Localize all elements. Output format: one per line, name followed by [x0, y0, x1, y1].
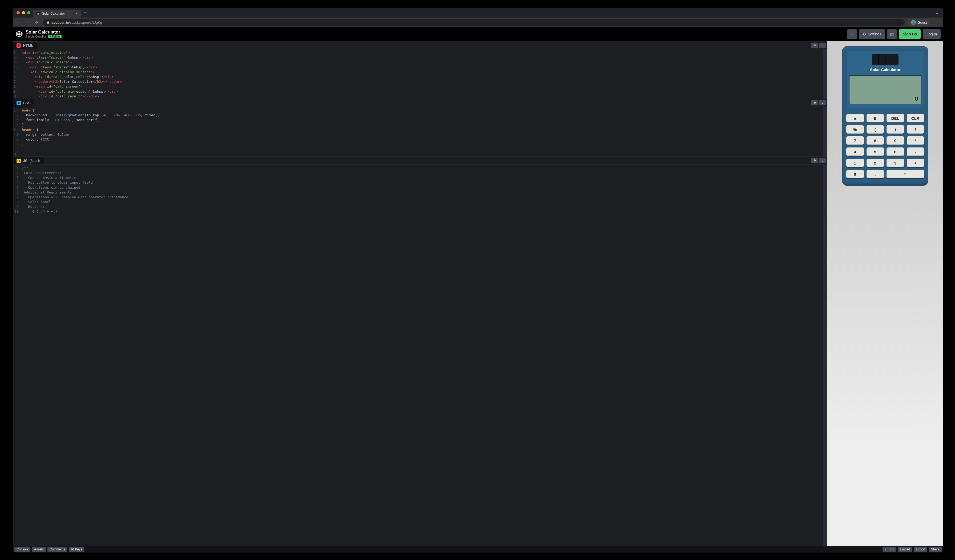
- js-settings-button[interactable]: ⚙: [811, 158, 818, 163]
- gear-icon: ⚙: [863, 32, 866, 36]
- css-tab[interactable]: ✱ CSS: [13, 99, 34, 107]
- codepen-header: Solar Calculator Sassja Ceballos + Follo…: [13, 27, 943, 41]
- codepen-footer: Console Assets Comments ⌘ Keys ⑂Fork Emb…: [13, 546, 943, 552]
- calc-key-2[interactable]: 2: [867, 159, 884, 167]
- calc-key-7[interactable]: 7: [846, 136, 864, 145]
- url-host: codepen.io: [52, 20, 69, 25]
- close-tab-button[interactable]: ✕: [75, 12, 78, 16]
- header-actions: ♡ ⚙Settings ▦ Sign Up Log In: [847, 29, 941, 39]
- css-source[interactable]: body { background: linear-gradient(to to…: [20, 107, 823, 156]
- window-controls: [15, 11, 33, 14]
- css-tab-label: CSS: [23, 101, 31, 105]
- calc-key-+[interactable]: +: [907, 159, 924, 167]
- lock-icon: 🔒: [46, 20, 50, 24]
- calc-key-=[interactable]: =: [886, 170, 924, 178]
- minimize-window-button[interactable]: [22, 11, 25, 14]
- js-scrollbar[interactable]: [823, 165, 827, 546]
- new-tab-button[interactable]: +: [81, 10, 89, 16]
- follow-button[interactable]: + Follow: [48, 35, 61, 38]
- calculator: Solar Calculator 0 πEDELCLR%()/789*456-1…: [842, 46, 928, 186]
- embed-button[interactable]: Embed: [898, 547, 912, 552]
- url-path: /sassjajc/pen/zNJgKg: [69, 20, 102, 25]
- signup-button[interactable]: Sign Up: [899, 29, 921, 39]
- heart-icon: ♡: [850, 32, 854, 36]
- fork-button[interactable]: ⑂Fork: [883, 547, 896, 552]
- css-editor[interactable]: 12345678910 body { background: linear-gr…: [13, 107, 827, 156]
- codepen-logo-icon: [16, 30, 23, 38]
- pen-author[interactable]: Sassja Ceballos: [26, 35, 47, 38]
- calc-key-0[interactable]: 0: [846, 170, 864, 178]
- love-button[interactable]: ♡: [847, 29, 857, 39]
- calculator-display-surface: Solar Calculator 0: [846, 50, 924, 108]
- calc-key-CLR[interactable]: CLR: [907, 114, 924, 122]
- back-button[interactable]: ←: [16, 20, 21, 25]
- css-settings-button[interactable]: ⚙: [811, 100, 818, 105]
- html-gutter: 12345678910: [13, 49, 20, 99]
- preview-pane: Solar Calculator 0 πEDELCLR%()/789*456-1…: [827, 41, 943, 546]
- calc-key-.[interactable]: .: [867, 170, 884, 178]
- calculator-result: 0: [915, 95, 918, 102]
- js-gutter: 12345678910: [13, 165, 20, 546]
- layout-button[interactable]: ▦: [887, 29, 897, 39]
- profile-label: Guest: [917, 20, 927, 25]
- editors-column: ✱ HTML ⚙ ⌄ 12345678910 <div id="calc_out…: [13, 41, 827, 546]
- html-scrollbar[interactable]: [823, 49, 827, 99]
- css-collapse-button[interactable]: ⌄: [819, 100, 826, 105]
- calc-key-3[interactable]: 3: [886, 159, 904, 167]
- reload-button[interactable]: ⟳: [34, 20, 39, 25]
- console-button[interactable]: Console: [14, 547, 30, 552]
- fork-label: Fork: [888, 548, 894, 551]
- html-editor[interactable]: 12345678910 <div id="calc_outside"> <div…: [13, 49, 827, 99]
- calc-key--[interactable]: -: [907, 147, 924, 156]
- url-input[interactable]: 🔒 codepen.io/sassjajc/pen/zNJgKg: [42, 19, 905, 26]
- calc-key-6[interactable]: 6: [886, 147, 904, 156]
- css-panel: ✱ CSS ⚙ ⌄ 12345678910 body { background:…: [13, 99, 827, 157]
- calculator-screen: 0: [849, 75, 921, 105]
- login-button[interactable]: Log In: [923, 29, 941, 39]
- close-window-button[interactable]: [17, 11, 20, 14]
- forward-button[interactable]: →: [25, 20, 30, 25]
- calc-key-/[interactable]: /: [907, 125, 924, 134]
- keys-button[interactable]: ⌘ Keys: [69, 547, 84, 552]
- html-source[interactable]: <div id="calc_outside"> <div class="spac…: [20, 49, 823, 99]
- calc-key-9[interactable]: 9: [886, 136, 904, 145]
- css-scrollbar[interactable]: [823, 107, 827, 156]
- js-badge-icon: ( ): [17, 159, 21, 163]
- solar-cell: [872, 54, 899, 65]
- js-tab[interactable]: ( ) JS (Babel): [13, 156, 44, 164]
- js-panel: ( ) JS (Babel) ⚙ ⌄ 12345678910 /** Core …: [13, 157, 827, 546]
- calc-key-8[interactable]: 8: [867, 136, 884, 145]
- html-collapse-button[interactable]: ⌄: [819, 42, 826, 48]
- maximize-window-button[interactable]: [27, 11, 30, 14]
- calc-key-DEL[interactable]: DEL: [886, 114, 904, 122]
- js-source[interactable]: /** Core Requirements: Can do basic arit…: [20, 165, 823, 546]
- favicon-icon: ▣: [36, 12, 40, 16]
- html-tab[interactable]: ✱ HTML: [13, 41, 37, 49]
- browser-tab[interactable]: ▣ Solar Calculator ✕: [33, 9, 81, 17]
- js-editor[interactable]: 12345678910 /** Core Requirements: Can d…: [13, 165, 827, 546]
- calc-key-%[interactable]: %: [846, 125, 864, 134]
- address-bar: ← → ⟳ 🔒 codepen.io/sassjajc/pen/zNJgKg 👤…: [13, 17, 943, 27]
- calc-key-5[interactable]: 5: [867, 147, 884, 156]
- calc-key-([interactable]: (: [867, 125, 884, 134]
- js-collapse-button[interactable]: ⌄: [819, 158, 826, 163]
- html-settings-button[interactable]: ⚙: [811, 42, 818, 48]
- calc-key-1[interactable]: 1: [846, 159, 864, 167]
- calc-key-)[interactable]: ): [886, 125, 904, 134]
- html-badge-icon: ✱: [17, 44, 21, 48]
- assets-button[interactable]: Assets: [32, 547, 46, 552]
- settings-button[interactable]: ⚙Settings: [859, 29, 885, 39]
- profile-button[interactable]: 👤 Guest: [908, 19, 930, 26]
- comments-button[interactable]: Comments: [47, 547, 67, 552]
- calc-key-4[interactable]: 4: [846, 147, 864, 156]
- share-button[interactable]: Share: [929, 547, 942, 552]
- tab-strip: ▣ Solar Calculator ✕ + ⌄: [13, 8, 943, 17]
- browser-menu-button[interactable]: ⋮: [933, 20, 941, 25]
- html-panel: ✱ HTML ⚙ ⌄ 12345678910 <div id="calc_out…: [13, 41, 827, 99]
- calc-key-π[interactable]: π: [846, 114, 864, 122]
- calc-key-*[interactable]: *: [907, 136, 924, 145]
- tabs-dropdown-button[interactable]: ⌄: [933, 11, 941, 15]
- export-button[interactable]: Export: [914, 547, 927, 552]
- avatar-icon: 👤: [911, 20, 916, 25]
- calc-key-E[interactable]: E: [867, 114, 884, 122]
